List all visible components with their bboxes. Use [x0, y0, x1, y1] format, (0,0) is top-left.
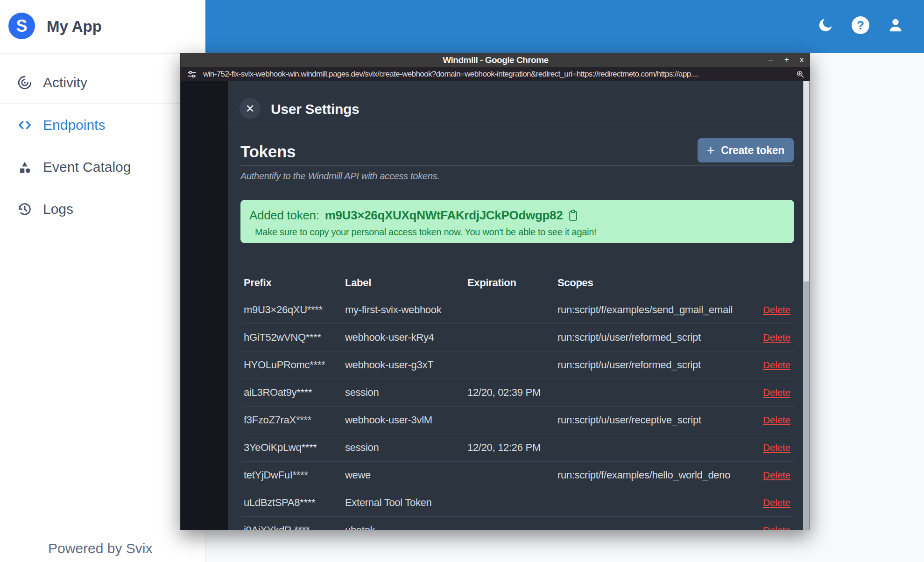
url-text[interactable]: win-752-fix-svix-webhook-win.windmill.pa…	[203, 70, 790, 79]
site-controls-icon[interactable]	[186, 70, 197, 79]
sidebar-item-logs[interactable]: Logs	[0, 195, 205, 223]
app-title: My App	[47, 18, 102, 35]
screen: ? indmill ent Catalog S My App	[0, 0, 924, 562]
delete-token-link[interactable]: Delete	[763, 470, 790, 481]
header-prefix: Prefix	[244, 277, 271, 289]
create-token-button[interactable]: + Create token	[698, 138, 794, 162]
delete-token-link[interactable]: Delete	[763, 497, 790, 508]
token-prefix: i9AiXYkdR.****	[244, 524, 310, 530]
powered-by-svix: Powered by Svix	[48, 541, 152, 556]
added-token-alert: Added token: m9U3×26qXUXqNWtFAKrdjJCkPOd…	[240, 200, 794, 243]
help-button[interactable]: ?	[850, 15, 871, 35]
zoom-search-icon[interactable]	[796, 70, 805, 79]
create-token-label: Create token	[721, 144, 784, 157]
token-prefix: aiL3ROat9y****	[244, 386, 312, 399]
delete-token-link[interactable]: Delete	[763, 442, 790, 453]
token-label: session	[345, 442, 379, 454]
table-row: HYOLuPRomc**** webhook-user-g3xT run:scr…	[240, 351, 794, 379]
user-settings-modal: ✕ User Settings Tokens + Create token Au…	[228, 81, 807, 530]
table-row: hGiT52wVNQ**** webhook-user-kRy4 run:scr…	[240, 323, 794, 351]
header-scopes: Scopes	[557, 277, 593, 289]
help-icon: ?	[852, 16, 869, 34]
delete-token-link[interactable]: Delete	[763, 414, 790, 426]
token-prefix: hGiT52wVNQ****	[244, 331, 321, 344]
browser-content: ✕ User Settings Tokens + Create token Au…	[181, 81, 810, 530]
token-expiration: 12/20, 02:39 PM	[467, 386, 541, 399]
token-label: webhook-user-kRy4	[345, 331, 434, 344]
minimize-button[interactable]: –	[765, 55, 776, 65]
page-scrollbar-thumb[interactable]	[804, 81, 809, 281]
token-scopes: run:script/u/user/reformed_script	[557, 331, 701, 344]
table-row: tetYjDwFuI**** wewe run:script/f/example…	[240, 461, 794, 489]
token-label: webhook-user-g3xT	[345, 359, 433, 371]
delete-token-link[interactable]: Delete	[763, 359, 790, 371]
token-prefix: tetYjDwFuI****	[244, 469, 308, 481]
token-expiration: 12/20, 12:26 PM	[467, 442, 541, 454]
token-value: m9U3×26qXUXqNWtFAKrdjJCkPOdwgp82	[325, 208, 563, 223]
table-row: m9U3×26qXU**** my-first-svix-webhook run…	[240, 296, 794, 323]
copy-clipboard-icon[interactable]	[568, 210, 578, 221]
token-prefix: HYOLuPRomc****	[244, 359, 325, 371]
window-titlebar[interactable]: Windmill - Google Chrome	[181, 53, 810, 67]
token-label: session	[345, 386, 379, 399]
maximize-button[interactable]: +	[781, 55, 792, 65]
sidebar-item-label: Event Catalog	[43, 159, 131, 175]
table-row: uLdBztSPA8**** External Tool Token Delet…	[240, 489, 794, 516]
sidebar-item-endpoints[interactable]: Endpoints	[0, 111, 205, 139]
header-expiration: Expiration	[467, 277, 516, 289]
close-icon: ✕	[246, 102, 255, 115]
token-warning: Make sure to copy your personal access t…	[255, 227, 596, 238]
tokens-subtitle: Authentify to the Windmill API with acce…	[240, 171, 440, 182]
token-prefix: 3YeOiKpLwq****	[244, 442, 317, 454]
account-button[interactable]	[885, 15, 906, 35]
sidebar-item-event-catalog[interactable]: Event Catalog	[0, 153, 205, 181]
table-header-row: Prefix Label Expiration Scopes	[240, 270, 794, 296]
plus-icon: +	[707, 143, 714, 158]
logs-icon	[17, 201, 33, 217]
token-prefix: f3FzoZ7raX****	[244, 414, 311, 426]
token-scopes: run:script/f/examples/hello_world_deno	[557, 469, 730, 481]
token-label: webhook-user-3vlM	[345, 414, 432, 426]
token-label: ubetok	[345, 524, 375, 530]
sidebar: S My App Activity Endpoints	[0, 0, 205, 562]
table-row: 3YeOiKpLwq**** session 12/20, 12:26 PM D…	[240, 434, 794, 461]
sidebar-item-label: Logs	[43, 201, 73, 217]
token-label: my-first-svix-webhook	[345, 304, 441, 316]
svix-logo: S	[8, 13, 35, 39]
sidebar-item-activity[interactable]: Activity	[0, 69, 205, 97]
url-bar[interactable]: win-752-fix-svix-webhook-win.windmill.pa…	[181, 67, 810, 81]
sidebar-header: S My App	[0, 0, 205, 54]
sidebar-item-label: Endpoints	[43, 117, 105, 133]
delete-token-link[interactable]: Delete	[763, 387, 790, 398]
chrome-window: Windmill - Google Chrome – + x win-752-f…	[180, 53, 810, 530]
tokens-heading: Tokens	[240, 142, 296, 161]
activity-icon	[17, 75, 33, 91]
table-row: aiL3ROat9y**** session 12/20, 02:39 PM D…	[240, 379, 794, 406]
sidebar-item-label: Activity	[43, 75, 87, 91]
moon-icon	[817, 16, 834, 34]
user-icon	[886, 16, 905, 35]
table-row: i9AiXYkdR.**** ubetok Delete	[240, 516, 794, 530]
token-scopes: run:script/f/examples/send_gmail_email	[557, 304, 733, 316]
delete-token-link[interactable]: Delete	[763, 332, 790, 343]
added-token-intro: Added token:	[249, 208, 319, 223]
header-label: Label	[345, 277, 371, 289]
event-catalog-icon	[17, 159, 33, 175]
endpoints-icon	[17, 117, 33, 133]
token-label: External Tool Token	[345, 497, 432, 509]
delete-token-link[interactable]: Delete	[763, 525, 790, 530]
delete-token-link[interactable]: Delete	[763, 304, 790, 316]
table-row: f3FzoZ7raX**** webhook-user-3vlM run:scr…	[240, 406, 794, 434]
token-prefix: m9U3×26qXU****	[244, 304, 323, 316]
dark-mode-toggle[interactable]	[815, 15, 836, 35]
modal-title: User Settings	[271, 101, 360, 117]
token-scopes: run:script/u/user/receptive_script	[557, 414, 701, 426]
window-title: Windmill - Google Chrome	[443, 55, 548, 65]
token-label: wewe	[345, 469, 371, 481]
app-topbar: ?	[205, 0, 924, 53]
sidebar-divider	[0, 103, 205, 104]
close-window-button[interactable]: x	[796, 55, 807, 65]
divider	[228, 125, 807, 125]
token-scopes: run:script/u/user/reformed_script	[557, 359, 701, 371]
close-modal-button[interactable]: ✕	[240, 98, 261, 119]
